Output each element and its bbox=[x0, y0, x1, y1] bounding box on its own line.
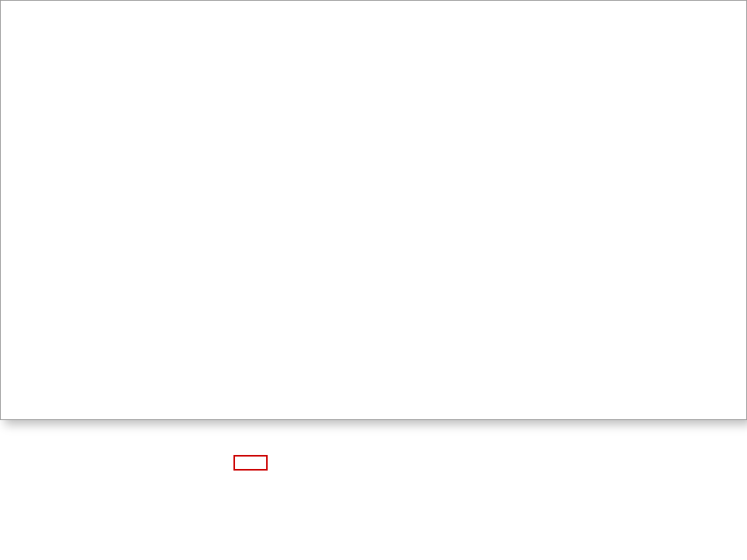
gantt-window bbox=[0, 0, 747, 420]
caption-box bbox=[233, 455, 268, 471]
